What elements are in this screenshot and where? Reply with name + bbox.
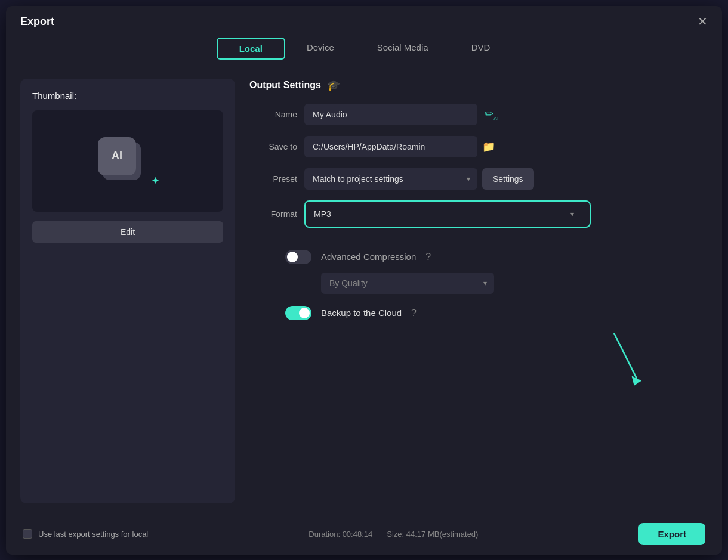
use-last-settings-label: Use last export settings for local — [38, 530, 148, 539]
divider — [249, 239, 708, 239]
backup-cloud-label: Backup to the Cloud — [321, 308, 402, 318]
svg-line-0 — [614, 333, 637, 378]
by-quality-row: By Quality By Bitrate By Size — [249, 273, 708, 294]
bottom-info: Duration: 00:48:14 Size: 44.17 MB(estima… — [309, 530, 478, 539]
title-bar: Export ✕ — [6, 6, 722, 33]
name-label: Name — [249, 110, 297, 119]
tab-social-media[interactable]: Social Media — [356, 38, 450, 60]
graduation-icon: 🎓 — [327, 79, 340, 92]
close-button[interactable]: ✕ — [698, 16, 708, 27]
use-last-settings-checkbox[interactable] — [23, 529, 32, 539]
folder-icon[interactable]: 📁 — [482, 140, 495, 153]
name-input[interactable] — [304, 104, 477, 125]
toggle-knob — [287, 252, 298, 262]
preset-select[interactable]: Match to project settings Custom Default — [304, 168, 477, 190]
ai-icon-group: AI AI ✦ — [98, 137, 158, 185]
advanced-compression-help-icon[interactable]: ? — [425, 252, 431, 262]
advanced-compression-row: Advanced Compression ? — [249, 250, 708, 264]
advanced-compression-label: Advanced Compression — [321, 252, 416, 262]
tab-local[interactable]: Local — [217, 38, 285, 60]
tab-bar: Local Device Social Media DVD — [6, 33, 722, 69]
preset-select-wrap: Match to project settings Custom Default… — [304, 168, 534, 190]
backup-cloud-toggle[interactable] — [285, 306, 311, 320]
save-to-input[interactable] — [304, 136, 477, 157]
duration-text: Duration: 00:48:14 — [309, 530, 372, 539]
left-panel: Thumbnail: AI AI ✦ Edit — [20, 79, 235, 503]
export-dialog: Export ✕ Local Device Social Media DVD T… — [6, 6, 722, 555]
save-to-field-row: Save to 📁 — [249, 136, 708, 157]
right-panel: Output Settings 🎓 Name ✏AI Save to 📁 Pre… — [249, 79, 708, 503]
path-input-wrap: 📁 — [304, 136, 495, 157]
thumbnail-box: AI AI ✦ — [32, 110, 223, 212]
bottom-bar: Use last export settings for local Durat… — [6, 513, 722, 555]
edit-button[interactable]: Edit — [32, 221, 223, 243]
output-settings-header: Output Settings 🎓 — [249, 79, 708, 92]
preset-field-row: Preset Match to project settings Custom … — [249, 168, 708, 190]
advanced-compression-toggle[interactable] — [285, 250, 311, 264]
dialog-title: Export — [20, 16, 54, 28]
by-quality-select[interactable]: By Quality By Bitrate By Size — [321, 273, 494, 294]
arrow-area — [249, 329, 708, 400]
format-field-row: Format MP3 WAV AAC FLAC OGG — [249, 200, 708, 228]
sparkle-icon: ✦ — [151, 174, 160, 187]
backup-cloud-help-icon[interactable]: ? — [411, 308, 417, 318]
content-area: Thumbnail: AI AI ✦ Edit Output Settings — [6, 69, 722, 513]
ai-edit-icon[interactable]: ✏AI — [485, 107, 499, 122]
settings-button[interactable]: Settings — [482, 168, 534, 190]
use-last-settings: Use last export settings for local — [23, 529, 148, 539]
save-to-label: Save to — [249, 142, 297, 151]
teal-arrow-icon — [600, 329, 648, 388]
size-text: Size: 44.17 MB(estimated) — [387, 530, 478, 539]
format-select-container: MP3 WAV AAC FLAC OGG — [314, 209, 581, 219]
preset-label: Preset — [249, 174, 297, 184]
format-label: Format — [249, 209, 297, 219]
format-select[interactable]: MP3 WAV AAC FLAC OGG — [314, 209, 581, 219]
thumbnail-label: Thumbnail: — [32, 91, 223, 101]
backup-cloud-row: Backup to the Cloud ? — [249, 306, 708, 320]
name-field-row: Name ✏AI — [249, 104, 708, 125]
output-settings-title: Output Settings — [249, 80, 321, 91]
by-quality-select-container: By Quality By Bitrate By Size — [321, 273, 494, 294]
export-button[interactable]: Export — [638, 523, 705, 545]
ai-card-front: AI — [98, 137, 136, 175]
backup-cloud-toggle-knob — [299, 308, 310, 318]
format-box: MP3 WAV AAC FLAC OGG — [304, 200, 591, 228]
tab-device[interactable]: Device — [285, 38, 356, 60]
tab-dvd[interactable]: DVD — [450, 38, 512, 60]
preset-select-container: Match to project settings Custom Default — [304, 168, 477, 190]
